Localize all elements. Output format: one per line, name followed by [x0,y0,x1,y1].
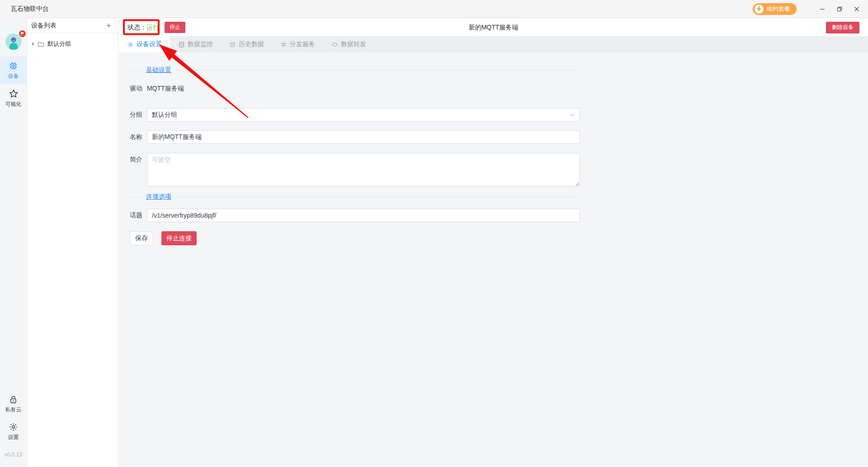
device-settings-form: 基础设置 驱动 MQTT服务端 分组 默认分组 名称 简介 连接选项 [119,52,868,467]
connection-options-title[interactable]: 连接选项 [146,193,171,201]
icon-sidebar: 设备 可视化 私有云 设置 v0.0.13 [0,19,27,467]
device-group-row[interactable]: 默认分组 [28,40,118,48]
topic-label: 话题 [130,211,143,219]
database-icon [178,41,185,48]
topic-input[interactable] [147,209,580,222]
sidebar-item-label: 私有云 [5,406,22,414]
status-label: 状态： [127,24,146,31]
ellipse-icon [331,41,338,48]
divider-line [176,70,580,71]
device-list-panel: 设备列表 + 默认分组 [28,19,118,467]
tab-distribution-service[interactable]: 分发服务 [272,36,323,52]
stop-button[interactable]: 停止 [165,22,185,33]
chip-icon [9,61,18,71]
main-area: 状态：运行 停止 新的MQTT服务端 删除设备 设备设置 数据监控 [119,19,868,467]
gear-icon [127,41,134,48]
tab-label: 设备设置 [137,40,162,48]
notification-flag-badge [19,30,26,37]
divider-line [130,70,142,71]
driver-value: MQTT服务端 [147,85,184,93]
connection-options-divider: 连接选项 [130,194,580,200]
driver-label: 驱动 [130,85,143,93]
window-titlebar: 瓦石物联中台 续约套餐 [0,0,868,18]
device-list-header: 设备列表 + [28,19,118,33]
minimize-button[interactable] [814,0,831,18]
star-icon [9,89,19,99]
folder-icon [38,41,44,47]
form-actions: 保存 停止连接 [130,231,868,245]
tab-data-monitor[interactable]: 数据监控 [170,36,221,52]
group-select[interactable]: 默认分组 [147,108,580,122]
tab-label: 分发服务 [290,40,315,48]
divider-line [176,197,580,197]
status-value: 运行 [146,24,159,31]
device-group-label: 默认分组 [47,40,71,48]
tab-label: 数据转发 [341,40,366,48]
sidebar-item-private-cloud[interactable]: 私有云 [0,390,27,418]
sidebar-item-settings[interactable]: 设置 [0,418,27,445]
name-input[interactable] [147,130,580,144]
divider-line [130,197,142,197]
stop-connection-button[interactable]: 停止连接 [161,231,197,245]
gear-icon [9,422,18,432]
description-textarea[interactable] [147,153,580,186]
status-text: 状态：运行 [127,24,159,32]
group-row: 分组 默认分组 [130,108,868,122]
tabstrip: 设备设置 数据监控 历史数据 分发服务 [119,36,868,52]
app-version: v0.0.13 [5,452,22,458]
tab-label: 数据监控 [188,40,213,48]
name-label: 名称 [130,133,143,141]
group-select-value: 默认分组 [152,111,177,119]
save-button[interactable]: 保存 [130,231,153,245]
lightning-bolt-icon [755,5,764,14]
clock-icon [229,41,236,48]
restore-button[interactable] [831,0,848,18]
lock-icon [9,395,18,404]
sidebar-item-devices[interactable]: 设备 [0,57,27,84]
renew-package-button[interactable]: 续约套餐 [753,3,797,15]
description-row: 简介 [130,153,868,186]
device-list-title: 设备列表 [31,22,57,30]
add-device-button[interactable]: + [106,21,111,30]
renew-package-label: 续约套餐 [767,5,790,13]
description-label: 简介 [130,156,143,164]
tab-data-forward[interactable]: 数据转发 [323,36,374,52]
sidebar-item-label: 设备 [8,72,19,80]
sidebar-item-label: 设置 [8,434,19,441]
titlebar-controls: 续约套餐 [753,0,868,18]
caret-right-icon[interactable] [32,42,34,46]
name-row: 名称 [130,130,868,144]
group-label: 分组 [130,111,143,119]
device-toolbar: 状态：运行 停止 新的MQTT服务端 删除设备 [119,19,868,36]
tab-device-settings[interactable]: 设备设置 [119,36,170,52]
sidebar-item-visualization[interactable]: 可视化 [0,84,27,112]
swap-arrows-icon [280,41,287,48]
page-title: 新的MQTT服务端 [469,24,519,32]
basic-settings-title[interactable]: 基础设置 [146,66,171,74]
close-button[interactable] [848,0,865,18]
tab-history-data[interactable]: 历史数据 [221,36,272,52]
delete-device-button[interactable]: 删除设备 [826,22,859,33]
avatar [5,33,22,50]
sidebar-item-label: 可视化 [5,100,22,108]
basic-settings-divider: 基础设置 [130,67,580,73]
app-title: 瓦石物联中台 [11,5,49,13]
tab-label: 历史数据 [239,40,264,48]
driver-row: 驱动 MQTT服务端 [130,84,868,93]
topic-row: 话题 [130,209,868,222]
chevron-down-icon [570,113,575,117]
user-avatar[interactable] [5,33,22,50]
